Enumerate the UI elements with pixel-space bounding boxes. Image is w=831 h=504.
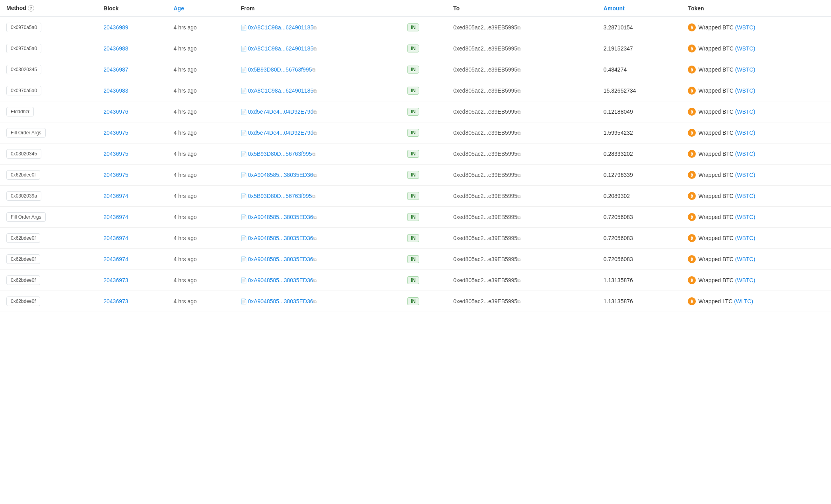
method-badge[interactable]: 0x62bdee0f [6, 233, 40, 243]
from-address-link[interactable]: 0xA8C1C98a...624901185 [248, 87, 313, 94]
method-badge[interactable]: 0x62bdee0f [6, 275, 40, 285]
block-link[interactable]: 20436974 [103, 256, 128, 262]
copy-from-icon[interactable]: ⧉ [313, 257, 317, 262]
to-cell: 0xed805ac2...e39EB5995⧉ [447, 186, 597, 207]
block-link[interactable]: 20436975 [103, 172, 128, 178]
token-info: ₿Wrapped LTC (WLTC) [688, 297, 825, 305]
from-address-link[interactable]: 0xA9048585...38035ED36 [248, 172, 313, 178]
amount-header[interactable]: Amount [597, 0, 682, 17]
method-badge[interactable]: 0x0302039a [6, 191, 41, 201]
from-address-link[interactable]: 0xA9048585...38035ED36 [248, 235, 313, 241]
token-info: ₿Wrapped BTC (WBTC) [688, 192, 825, 200]
copy-from-icon[interactable]: ⧉ [313, 173, 317, 178]
from-address-link[interactable]: 0xd5e74De4...04D92E79d [248, 130, 313, 136]
block-link[interactable]: 20436974 [103, 214, 128, 220]
copy-from-icon[interactable]: ⧉ [313, 278, 317, 283]
copy-to-icon[interactable]: ⧉ [517, 109, 521, 115]
token-name[interactable]: Wrapped BTC (WBTC) [698, 172, 755, 178]
copy-to-icon[interactable]: ⧉ [517, 278, 521, 283]
copy-from-icon[interactable]: ⧉ [313, 109, 317, 115]
from-address-link[interactable]: 0xA8C1C98a...624901185 [248, 45, 313, 52]
block-cell: 20436987 [97, 59, 167, 80]
method-badge[interactable]: 0x03020345 [6, 65, 41, 74]
from-address-link[interactable]: 0xA9048585...38035ED36 [248, 277, 313, 283]
copy-to-icon[interactable]: ⧉ [517, 173, 521, 178]
token-name[interactable]: Wrapped BTC (WBTC) [698, 87, 755, 94]
copy-from-icon[interactable]: ⧉ [313, 299, 317, 304]
copy-to-icon[interactable]: ⧉ [517, 151, 521, 157]
token-name[interactable]: Wrapped BTC (WBTC) [698, 277, 755, 283]
method-badge[interactable]: Fill Order Args [6, 212, 46, 222]
copy-to-icon[interactable]: ⧉ [517, 299, 521, 304]
token-name[interactable]: Wrapped LTC (WLTC) [698, 298, 753, 304]
from-cell: 📄0xA8C1C98a...624901185⧉ [234, 17, 401, 38]
token-name[interactable]: Wrapped BTC (WBTC) [698, 66, 755, 73]
from-cell: 📄0xA9048585...38035ED36⧉ [234, 291, 401, 312]
method-badge[interactable]: Fill Order Args [6, 128, 46, 138]
token-name[interactable]: Wrapped BTC (WBTC) [698, 24, 755, 31]
copy-from-icon[interactable]: ⧉ [312, 194, 316, 199]
from-address-link[interactable]: 0x5B93D80D...56763f995 [248, 151, 312, 157]
token-name[interactable]: Wrapped BTC (WBTC) [698, 45, 755, 52]
copy-to-icon[interactable]: ⧉ [517, 236, 521, 241]
token-name[interactable]: Wrapped BTC (WBTC) [698, 130, 755, 136]
copy-from-icon[interactable]: ⧉ [313, 46, 317, 52]
method-badge[interactable]: 0x0970a5a0 [6, 86, 41, 95]
from-address-link[interactable]: 0xA9048585...38035ED36 [248, 214, 313, 220]
block-link[interactable]: 20436975 [103, 130, 128, 136]
block-link[interactable]: 20436973 [103, 298, 128, 304]
token-icon: ₿ [688, 87, 696, 95]
copy-to-icon[interactable]: ⧉ [517, 194, 521, 199]
block-link[interactable]: 20436973 [103, 277, 128, 283]
from-address-link[interactable]: 0xA9048585...38035ED36 [248, 256, 313, 262]
from-address-link[interactable]: 0xd5e74De4...04D92E79d [248, 109, 313, 115]
copy-to-icon[interactable]: ⧉ [517, 257, 521, 262]
method-badge[interactable]: 0x0970a5a0 [6, 44, 41, 53]
direction-badge: IN [407, 255, 419, 263]
copy-to-icon[interactable]: ⧉ [517, 25, 521, 31]
block-link[interactable]: 20436983 [103, 87, 128, 94]
copy-from-icon[interactable]: ⧉ [313, 215, 317, 220]
token-name[interactable]: Wrapped BTC (WBTC) [698, 151, 755, 157]
token-name[interactable]: Wrapped BTC (WBTC) [698, 193, 755, 199]
method-badge[interactable]: 0x62bdee0f [6, 297, 40, 306]
token-name[interactable]: Wrapped BTC (WBTC) [698, 235, 755, 241]
from-address-link[interactable]: 0xA9048585...38035ED36 [248, 298, 313, 304]
amount-value: 0.72056083 [604, 235, 633, 241]
copy-from-icon[interactable]: ⧉ [313, 236, 317, 241]
token-name[interactable]: Wrapped BTC (WBTC) [698, 109, 755, 115]
from-address-link[interactable]: 0x5B93D80D...56763f995 [248, 66, 312, 73]
method-badge[interactable]: 0x62bdee0f [6, 254, 40, 264]
method-badge[interactable]: 0x03020345 [6, 149, 41, 159]
copy-from-icon[interactable]: ⧉ [313, 25, 317, 31]
copy-from-icon[interactable]: ⧉ [313, 130, 317, 136]
method-help-icon[interactable]: ? [28, 5, 34, 12]
from-cell: 📄0x5B93D80D...56763f995⧉ [234, 143, 401, 165]
copy-to-icon[interactable]: ⧉ [517, 46, 521, 52]
block-link[interactable]: 20436987 [103, 66, 128, 73]
block-link[interactable]: 20436975 [103, 151, 128, 157]
age-header[interactable]: Age [167, 0, 235, 17]
method-badge[interactable]: Eldddhzr [6, 107, 34, 116]
block-link[interactable]: 20436988 [103, 45, 128, 52]
copy-to-icon[interactable]: ⧉ [517, 130, 521, 136]
block-link[interactable]: 20436974 [103, 235, 128, 241]
method-badge[interactable]: 0x0970a5a0 [6, 23, 41, 32]
token-name[interactable]: Wrapped BTC (WBTC) [698, 256, 755, 262]
copy-from-icon[interactable]: ⧉ [312, 67, 316, 73]
from-address-link[interactable]: 0xA8C1C98a...624901185 [248, 24, 313, 31]
direction-badge: IN [407, 150, 419, 158]
method-badge[interactable]: 0x62bdee0f [6, 170, 40, 180]
block-link[interactable]: 20436974 [103, 193, 128, 199]
copy-to-icon[interactable]: ⧉ [517, 88, 521, 94]
block-link[interactable]: 20436976 [103, 109, 128, 115]
table-row: 0x03020345204369754 hrs ago📄0x5B93D80D..… [0, 143, 831, 165]
copy-from-icon[interactable]: ⧉ [312, 151, 316, 157]
token-symbol: (WBTC) [735, 277, 755, 283]
block-link[interactable]: 20436989 [103, 24, 128, 31]
copy-from-icon[interactable]: ⧉ [313, 88, 317, 94]
copy-to-icon[interactable]: ⧉ [517, 67, 521, 73]
copy-to-icon[interactable]: ⧉ [517, 215, 521, 220]
from-address-link[interactable]: 0x5B93D80D...56763f995 [248, 193, 312, 199]
token-name[interactable]: Wrapped BTC (WBTC) [698, 214, 755, 220]
